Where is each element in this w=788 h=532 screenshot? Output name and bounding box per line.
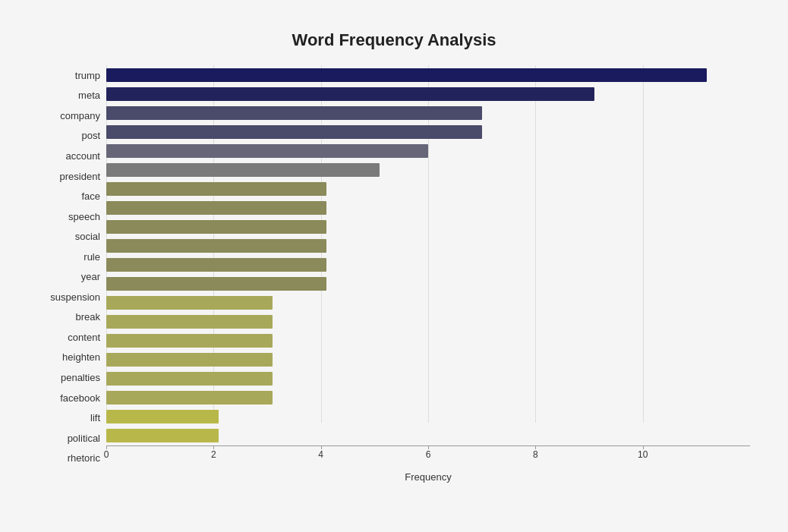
y-label-speech: speech <box>68 212 100 222</box>
bar-row-speech <box>106 200 750 216</box>
y-label-company: company <box>60 111 100 121</box>
bar-row-suspension <box>106 275 750 292</box>
bar-row-content <box>106 313 750 330</box>
x-axis-title: Frequency <box>38 471 750 483</box>
x-tick-0: 0 <box>104 449 109 460</box>
y-label-meta: meta <box>78 90 100 100</box>
bar-row-facebook <box>106 370 750 387</box>
bar-row-political <box>106 408 750 425</box>
chart-container: Word Frequency Analysis trumpmetacompany… <box>15 15 773 532</box>
bar-row-social <box>106 219 750 235</box>
bar-rhetoric <box>106 429 219 442</box>
y-axis: trumpmetacompanypostaccountpresidentface… <box>38 65 106 468</box>
bar-break <box>106 296 273 310</box>
bar-company <box>106 106 482 120</box>
chart-title: Word Frequency Analysis <box>38 30 750 50</box>
bar-row-trump <box>106 67 750 83</box>
y-label-rhetoric: rhetoric <box>68 453 100 463</box>
bar-year <box>106 258 326 272</box>
bar-rule <box>106 239 326 253</box>
y-label-political: political <box>68 433 100 443</box>
bar-lift <box>106 391 273 405</box>
y-label-social: social <box>75 231 100 241</box>
bar-social <box>106 220 326 234</box>
y-label-rule: rule <box>84 252 100 262</box>
x-tick-10: 10 <box>638 449 648 460</box>
bar-row-post <box>106 124 750 140</box>
bar-row-break <box>106 294 750 311</box>
bar-row-rule <box>106 238 750 254</box>
bar-post <box>106 125 482 139</box>
bar-row-lift <box>106 389 750 406</box>
bar-meta <box>106 87 594 101</box>
y-label-heighten: heighten <box>62 352 100 362</box>
bar-suspension <box>106 277 326 291</box>
y-label-year: year <box>81 272 100 282</box>
bar-trump <box>106 68 707 82</box>
bar-row-company <box>106 105 750 121</box>
bar-penalties <box>106 353 273 367</box>
bar-row-penalties <box>106 351 750 368</box>
x-tick-6: 6 <box>426 449 431 460</box>
x-tick-4: 4 <box>318 449 323 460</box>
y-label-break: break <box>75 312 100 322</box>
bar-speech <box>106 201 326 215</box>
y-label-president: president <box>60 172 100 181</box>
y-label-account: account <box>65 151 100 161</box>
bar-row-meta <box>106 86 750 102</box>
bar-face <box>106 182 326 196</box>
x-tick-2: 2 <box>211 449 216 460</box>
bar-row-heighten <box>106 332 750 349</box>
bar-content <box>106 315 273 329</box>
bar-heighten <box>106 334 273 348</box>
y-label-lift: lift <box>90 413 100 423</box>
bar-row-president <box>106 162 750 178</box>
bar-president <box>106 163 380 177</box>
y-label-content: content <box>68 332 100 342</box>
bar-row-rhetoric <box>106 427 750 444</box>
y-label-penalties: penalties <box>61 373 100 382</box>
bar-row-year <box>106 257 750 273</box>
bar-political <box>106 410 219 423</box>
y-label-post: post <box>81 131 100 140</box>
y-label-suspension: suspension <box>50 292 100 302</box>
y-label-facebook: facebook <box>60 393 100 403</box>
bar-account <box>106 144 428 158</box>
bar-row-face <box>106 181 750 197</box>
bar-facebook <box>106 372 273 386</box>
y-label-face: face <box>81 191 100 201</box>
bar-row-account <box>106 143 750 159</box>
x-tick-8: 8 <box>533 449 538 460</box>
y-label-trump: trump <box>75 71 100 80</box>
